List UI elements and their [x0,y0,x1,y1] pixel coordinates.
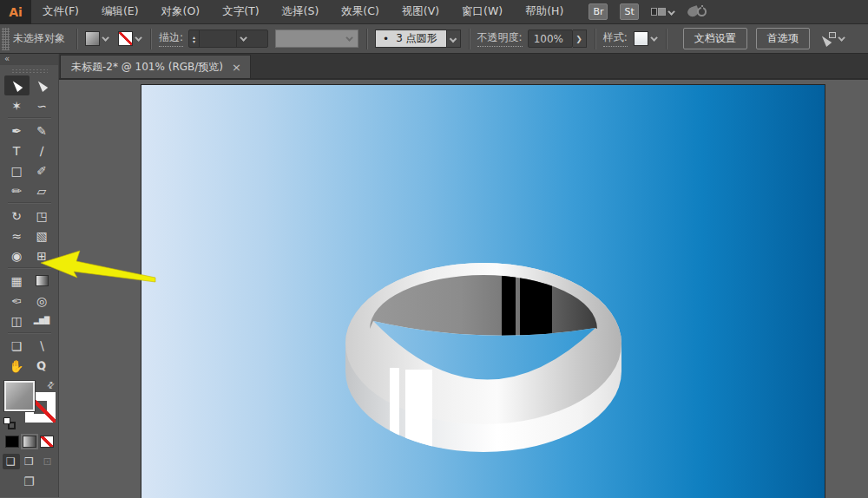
none-button[interactable] [40,436,54,448]
document-tab[interactable]: 未标题-2* @ 101% (RGB/预览) × [60,55,251,78]
slice-tool[interactable]: ∖ [30,336,55,356]
eyedropper-tool[interactable]: ✑ [4,291,30,311]
brush-dropdown[interactable]: • 3 点圆形 [375,29,461,48]
stroke-color-control[interactable] [118,31,142,46]
drawing-modes: ❑❒⊡ [3,454,56,469]
tools-drag-grip[interactable] [11,69,48,74]
color-button[interactable] [5,436,19,448]
menu-item-file[interactable]: 文件(F) [31,0,90,24]
chevron-down-icon[interactable] [102,34,108,41]
workspace-switcher[interactable] [651,5,675,18]
opacity-input[interactable]: 100% [528,29,573,48]
draw-normal-button[interactable]: ❑ [3,454,20,469]
chevron-down-icon [667,8,674,15]
symbol-sprayer-icon: ◫ [10,314,22,328]
pencil-tool[interactable]: ✏ [4,180,30,200]
chevron-down-icon[interactable] [135,34,141,41]
stepper[interactable]: ▴ ▾ [189,30,200,47]
menu-item-select[interactable]: 选择(S) [271,0,331,24]
style-label[interactable]: 样式: [603,30,628,47]
menu-item-help[interactable]: 帮助(H) [514,0,575,24]
pen-tool[interactable]: ✒ [4,121,30,141]
type-tool[interactable]: T [4,141,30,161]
symbol-sprayer-tool[interactable]: ◫ [4,311,30,331]
draw-inside-button[interactable]: ⊡ [39,454,56,469]
stroke-weight-field[interactable]: ▴ ▾ [188,29,268,48]
tools-collapse-button[interactable]: « [0,54,58,65]
stock-button[interactable]: St [620,3,638,20]
brush-chevron[interactable] [447,29,461,48]
scale-tool[interactable]: ◳ [30,206,55,226]
magic-wand-tool[interactable]: ✶ [4,95,30,115]
style-control[interactable] [634,31,658,46]
preferences-button[interactable]: 首选项 [756,28,810,49]
canvas[interactable] [141,84,825,498]
document-setup-button[interactable]: 文档设置 [683,28,747,49]
fill-swatch[interactable] [85,31,100,46]
ring-artwork[interactable] [141,85,826,498]
line-tool[interactable]: ∕ [30,141,55,161]
free-transform-tool[interactable]: ▧ [30,226,55,246]
direct-selection-tool[interactable] [30,75,55,95]
zoom-tool[interactable]: Q [30,356,55,376]
rectangle-tool[interactable]: □ [4,161,30,180]
swap-fill-stroke-icon[interactable]: ⇄ [44,379,56,391]
pen-icon: ✒ [11,124,22,138]
menu-item-view[interactable]: 视图(V) [391,0,450,24]
pasteboard[interactable] [59,80,868,497]
chevron-down-icon [450,35,457,42]
menu-item-window[interactable]: 窗口(W) [450,0,514,24]
blend-tool[interactable]: ◎ [30,291,55,311]
brush-name: 3 点圆形 [396,31,437,46]
lasso-tool[interactable]: ∽ [30,95,55,115]
tool-grid: ✶∽✒✎T∕□✐✏▱↻◳≈▧◉⊞▦✑◎◫▂▆█❏∖✋Q [4,75,55,376]
hand-tool[interactable]: ✋ [4,356,30,376]
fill-well[interactable] [4,381,35,411]
draw-behind-button[interactable]: ❒ [21,454,38,469]
artboard-tool[interactable]: ❏ [4,336,30,356]
close-icon[interactable]: × [232,62,241,73]
gradient-button[interactable] [23,436,36,448]
menu-item-object[interactable]: 对象(O) [150,0,212,24]
shape-builder-tool[interactable]: ◉ [4,246,30,265]
screen-mode-button[interactable]: ❐ [23,475,35,488]
curvature-tool[interactable]: ✎ [30,121,55,141]
width-tool[interactable]: ≈ [4,226,30,246]
stroke-swatch[interactable] [118,31,133,46]
menu-item-effect[interactable]: 效果(C) [330,0,390,24]
eraser-tool[interactable]: ▱ [30,180,55,200]
cs-live-icon[interactable] [687,4,707,20]
selection-tool[interactable] [4,75,30,95]
bridge-button[interactable]: Br [589,3,608,20]
stroke-weight-dropdown[interactable] [236,30,253,47]
scale-icon: ◳ [36,209,47,223]
opacity-value[interactable]: 100% [534,33,563,45]
default-fill-stroke-icon[interactable] [3,417,16,429]
select-similar-icon[interactable] [820,32,836,46]
brush-definition-dropdown[interactable] [275,29,358,48]
line-icon: ∕ [40,144,44,158]
color-wells: ⇄ [3,381,56,431]
opacity-label[interactable]: 不透明度: [477,30,523,47]
chevron-down-icon[interactable] [838,34,845,41]
toolbar-separator [4,115,55,121]
blend-icon: ◎ [36,294,47,308]
stroke-weight-value[interactable] [200,30,236,47]
menu-item-type[interactable]: 文字(T) [211,0,270,24]
style-swatch[interactable] [634,31,648,46]
illustrator-window: Ai 文件(F) 编辑(E) 对象(O) 文字(T) 选择(S) 效果(C) 视… [0,0,868,498]
opacity-panel-arrow[interactable]: ❯ [573,29,587,48]
panel-grip[interactable] [2,28,10,50]
rotate-tool[interactable]: ↻ [4,206,30,226]
column-graph-tool[interactable]: ▂▆█ [30,311,55,331]
width-icon: ≈ [11,229,22,243]
mesh-tool[interactable]: ▦ [4,271,30,291]
paintbrush-tool[interactable]: ✐ [30,161,55,180]
stepper-down-icon[interactable]: ▾ [193,39,195,43]
perspective-grid-tool[interactable]: ⊞ [30,246,55,265]
menu-item-edit[interactable]: 编辑(E) [90,0,150,24]
stroke-weight-label[interactable]: 描边: [159,30,183,47]
fill-color-control[interactable] [85,31,109,46]
gradient-tool[interactable] [30,271,55,291]
chevron-down-icon[interactable] [650,34,657,41]
